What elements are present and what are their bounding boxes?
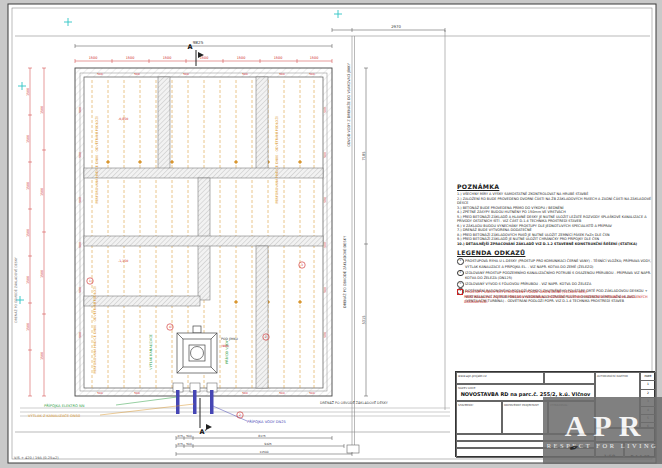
dim-bottom-text: 475 (177, 434, 183, 438)
dim-edge-text: 500 (323, 242, 327, 248)
warning-text: PROSTUPY VŠECH SÍTÍ VYKRESLENY POUZE ORI… (465, 290, 588, 294)
dim-offset-right-text: 2970 (391, 24, 401, 29)
sewer-vertical-label: VÝTLAK KANALIZACE (148, 334, 153, 369)
dim-bottom-text: 9425 (264, 442, 272, 446)
builder-cell: STAVEBNÍK: (456, 401, 502, 434)
dim-right-lower-text: 5315 (362, 315, 366, 324)
level-mark: -1,150 (118, 259, 128, 263)
conn-power-label: PŘÍPOJKA ELEKTRO NN (44, 403, 85, 408)
legend-number-icon: 3 (457, 281, 464, 288)
drain-perimeter-label-right: DRENÁŽ PO OBVODĚ ZÁKLADOVÉ DESKY (342, 235, 347, 308)
apr-tagline: RESPECT FOR LIVING (547, 442, 659, 449)
website-cell: www.apr-projekt.cz (456, 372, 544, 384)
legend-ref-text: 3 (301, 263, 303, 267)
legend-item: 2IZOLOVANÝ PROSTUP PODZEMNÍHO KANALIZAČN… (457, 270, 655, 281)
radon-pipe-label: PERFOROVANÁ HADICE DN80 - ODVĚTRÁNÍ PODL… (274, 117, 279, 204)
legend-title: LEGENDA ODKAZŮ (457, 249, 655, 256)
dim-spacing-text: 1500 (40, 352, 44, 360)
note-item: 5.) PŘED BETONÁŽÍ ZÁKLADŮ A HLAVNĚ DESKY… (457, 215, 655, 224)
dim-edge-text: 500 (78, 197, 82, 203)
dim-edge-text: 500 (183, 72, 189, 76)
dim-bottom-text: 475 (177, 442, 183, 446)
warning-note: PROSTUPY VŠECH SÍTÍ VYKRESLENY POUZE ORI… (457, 289, 655, 304)
dim-bottom-text: 500 (186, 442, 192, 446)
dim-edge-text: 500 (78, 287, 82, 293)
sump-pit (177, 326, 217, 373)
legend-ref-text: 2 (265, 335, 267, 339)
legend-number-icon: 1 (457, 258, 464, 265)
dim-edge-text: 500 (242, 72, 248, 76)
sheet-footer-text: V/S + 420 / 19A (0.25=2) (14, 456, 59, 460)
dim-spacing-text: 1500 (26, 88, 30, 96)
legend-ref-text: 4 (169, 325, 171, 329)
note-item-bold: 10.) DETAILNĚJŠÍ ZPRACOVÁNÍ ZÁKLADŮ VIZ … (457, 242, 655, 247)
warning-text: PŘED REALIZACÍ ZAJISTIT PŘESNOU KOORDINA… (464, 295, 648, 304)
legend-item-text: IZOLOVANÝ PROSTUP PODZEMNÍHO KANALIZAČNÍ… (465, 271, 651, 280)
drain-perimeter-label-bottom: DRENÁŽ PO OBVODĚ ZÁKLADOVÉ DESKY (320, 400, 389, 405)
dim-spacing-text: 1500 (89, 56, 98, 60)
dim-edge-text: 500 (323, 107, 327, 113)
apr-logo-text: APR (565, 412, 648, 440)
legend-ref-text: 2 (239, 413, 241, 417)
dim-edge-text: 500 (323, 152, 327, 158)
builder-label: STAVEBNÍK: (457, 402, 501, 407)
note-item: 2.) ZALOŽENÍ RD BUDE PROVEDENO DVORNÍ ČÁ… (457, 197, 655, 206)
dim-spacing-text: 1500 (237, 56, 246, 60)
dim-edge-text: 500 (78, 332, 82, 338)
legend-ref-text: 1 (89, 279, 91, 283)
radon-pipe-label: PERFOROVANÁ HADICE DN80 - ODVĚTRÁNÍ PODL… (92, 287, 97, 374)
legend-item: 3IZOLOVANÝ VÝVOD S FÓLIOVOU PŘÍRUBOU - V… (457, 281, 655, 288)
drain-outlet-label: ODVOD VODY Z DRENÁŽE DO VSAKOVACÍ JÍMKY (346, 62, 351, 146)
dim-edge-text: 500 (309, 72, 315, 76)
dim-spacing-text: 1500 (40, 188, 44, 196)
dim-edge-text: 500 (323, 332, 327, 338)
dim-edge-text: 500 (78, 242, 82, 248)
dim-edge-text: 500 (309, 391, 315, 395)
dim-edge-text: 500 (242, 391, 248, 395)
dim-edge-text: 500 (97, 391, 103, 395)
dim-right-upper-text: 7185 (362, 151, 366, 160)
pare-header: PARÉ (641, 373, 655, 380)
level-mark: -0,850 (118, 117, 128, 121)
notes-title: POZNÁMKA (457, 183, 655, 190)
warning-line: PŘED REALIZACÍ ZAJISTIT PŘESNOU KOORDINA… (457, 295, 655, 304)
dim-edge-text: 500 (323, 197, 327, 203)
dim-spacing-text: 1500 (26, 323, 30, 331)
legend-item-text: IZOLOVANÝ VÝVOD S FÓLIOVOU PŘÍRUBOU - VI… (465, 282, 591, 286)
dim-spacing-text: 1500 (40, 270, 44, 278)
engineer-label: ODPOVĚDNÝ PROJEKTANT: (503, 402, 547, 407)
notes-section: POZNÁMKA 1.) VŠECHNY MÍRY A VÝŠKY SAMOST… (457, 183, 655, 246)
dim-bottom-text: 500 (186, 434, 192, 438)
pit-label: POD JÍMKU (221, 337, 239, 341)
radon-pipe-label: PERFOROVANÁ HADICE DN80 - ODVĚTRÁNÍ PODL… (94, 117, 99, 204)
dim-spacing-text: 1500 (163, 56, 172, 60)
water-vertical-label: PŘÍVOD VODY (224, 339, 229, 363)
dim-spacing-text: 1500 (126, 56, 135, 60)
website-text: www.apr-projekt.cz (457, 373, 543, 378)
stamp-label: AUTORIZAČNÍ RAZÍTKO (596, 373, 639, 378)
dim-edge-text: 500 (134, 391, 140, 395)
project-label: NÁZEV AKCE: (457, 385, 594, 390)
legend-number-icon: 2 (457, 270, 464, 277)
dim-edge-text: 500 (279, 72, 285, 76)
dim-edge-text: 500 (323, 287, 327, 293)
section-a-label: A (187, 43, 192, 51)
dim-spacing-text: 1500 (26, 182, 30, 190)
dim-spacing-text: 1500 (26, 276, 30, 284)
legend-item-text: PROSTUPOVÁ RÝHA U L-DESKY (PROSTUP PRO K… (465, 259, 651, 268)
apr-logo-watermark: APR RESPECT FOR LIVING ✒ (543, 397, 662, 464)
warning-swatch-icon (457, 289, 463, 295)
dim-edge-text: 500 (97, 72, 103, 76)
dim-edge-text: 500 (279, 391, 285, 395)
dim-bottom-total-text: 11500 (259, 450, 268, 454)
pare-number: 1 (641, 380, 655, 388)
drawing-sheet: 9825 1500 1500 1500 1500 1500 1500 1500 … (0, 0, 662, 468)
engineer-cell: ODPOVĚDNÝ PROJEKTANT: (502, 401, 548, 434)
dim-edge-text: 500 (78, 107, 82, 113)
dim-edge-text: 500 (134, 72, 140, 76)
conn-sewer-label: VÝTLAK Z KANALIZACE DN50 (28, 413, 81, 418)
elevation-cell: ±0,000 = 232,3 m n.m. B.p.v. (544, 372, 595, 384)
dim-top-total-text: 9825 (193, 40, 204, 45)
dim-bottom-text: 8175 (258, 434, 266, 438)
dim-edge-text: 500 (78, 152, 82, 158)
